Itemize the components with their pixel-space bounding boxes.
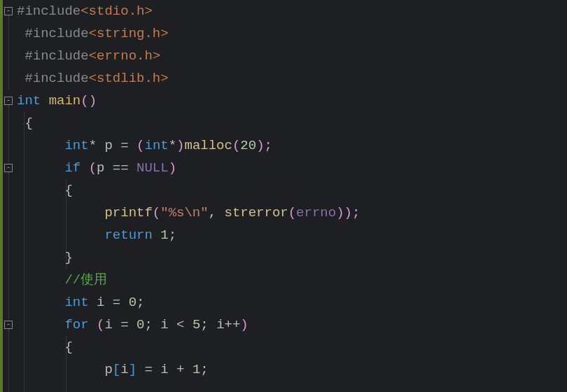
code-line[interactable]: printf("%s\n", strerror(errno)); [17, 202, 567, 224]
op-token: < [169, 317, 192, 332]
call-token: strerror [224, 205, 288, 220]
code-line[interactable]: for (i = 0; i < 5; i++) [17, 314, 567, 336]
code-line[interactable]: if (p == NULL) [17, 157, 567, 179]
preprocessor-token: #include [24, 48, 88, 64]
identifier-token: i [160, 362, 168, 377]
header-token: <string.h> [89, 26, 169, 41]
code-line[interactable]: { [17, 179, 567, 202]
op-token: = [113, 138, 136, 153]
identifier-token: i [104, 317, 112, 332]
identifier-token: p [104, 138, 112, 153]
paren-token: ) [169, 160, 176, 176]
brace-token: } [64, 250, 72, 265]
number-token: 20 [240, 138, 256, 153]
fold-toggle-icon[interactable]: - [4, 321, 13, 329]
fold-toggle-icon[interactable]: - [4, 164, 13, 172]
op-token: = [113, 317, 136, 332]
punct-token: ; [200, 362, 208, 377]
code-line[interactable]: //使用 [17, 269, 567, 291]
op-token: * [169, 138, 176, 153]
function-name-token: main [49, 93, 81, 108]
code-area[interactable]: #include<stdio.h> #include<string.h> #in… [14, 0, 567, 392]
paren-token: ) [176, 138, 184, 153]
fold-toggle-icon[interactable]: - [4, 97, 13, 105]
code-line[interactable]: int* p = (int*)malloc(20); [17, 134, 567, 157]
preprocessor-token: #include [17, 4, 80, 19]
number-token: 1 [192, 362, 200, 377]
space [89, 295, 97, 310]
macro-token: errno [296, 205, 336, 220]
op-token: == [104, 160, 136, 176]
brace-token: { [64, 183, 72, 198]
paren-token: () [80, 93, 97, 108]
fold-guide-line [8, 105, 9, 164]
fold-guide-line [8, 329, 9, 392]
paren-token: ) [336, 205, 344, 220]
identifier-token: i [120, 362, 128, 377]
fold-guide-line [8, 15, 9, 90]
identifier-token: i [97, 295, 104, 310]
macro-token: NULL [136, 160, 169, 176]
code-line[interactable]: int i = 0; [17, 291, 567, 314]
identifier-token: p [97, 160, 104, 176]
op-token: + [169, 362, 192, 377]
op-token: = [136, 362, 160, 377]
keyword-token: int [17, 93, 41, 108]
bracket-token: [ [113, 362, 120, 377]
space [153, 227, 160, 243]
paren-token: ( [136, 138, 144, 153]
identifier-token: i [216, 317, 224, 332]
code-line[interactable]: #include<errno.h> [17, 45, 567, 67]
punct-token: , [209, 205, 225, 220]
paren-token: ( [232, 138, 240, 153]
paren-token: ( [89, 317, 105, 332]
call-token: printf [104, 205, 152, 220]
paren-token: ) [240, 317, 248, 332]
identifier-token: p [104, 362, 112, 377]
call-token: malloc [185, 138, 232, 153]
code-line[interactable]: int main() [17, 90, 567, 112]
code-line[interactable]: #include<stdlib.h> [17, 67, 567, 90]
fold-toggle-icon[interactable]: - [4, 7, 13, 15]
punct-token: ; [136, 295, 144, 310]
op-token: * [89, 138, 97, 153]
op-token: ++ [225, 317, 241, 332]
keyword-token: int [144, 138, 168, 153]
header-token: <stdio.h> [80, 4, 153, 19]
punct-token: ; [200, 317, 216, 332]
paren-token: ); [256, 138, 272, 153]
fold-gutter: - - - - [0, 0, 14, 392]
preprocessor-token: #include [24, 71, 88, 86]
comment-token: //使用 [64, 272, 107, 288]
keyword-token: if [64, 160, 80, 176]
identifier-token: i [160, 317, 168, 332]
paren-token: ( [80, 160, 97, 176]
paren-token: ( [288, 205, 296, 220]
paren-token: ); [344, 205, 360, 220]
number-token: 5 [192, 317, 200, 332]
brace-token: { [64, 340, 72, 355]
punct-token: ; [144, 317, 160, 332]
number-token: 0 [129, 295, 136, 310]
keyword-token: return [104, 227, 152, 243]
number-token: 1 [160, 227, 168, 243]
code-line[interactable]: #include<string.h> [17, 22, 567, 45]
bracket-token: ] [129, 362, 136, 377]
punct-token: ; [169, 227, 176, 243]
code-line[interactable]: } [17, 246, 567, 269]
code-editor[interactable]: - - - - #include<stdio.h> #include<strin… [0, 0, 567, 392]
paren-token: ( [153, 205, 160, 220]
code-line[interactable]: { [17, 112, 567, 134]
op-token: = [104, 295, 128, 310]
keyword-token: for [64, 317, 88, 332]
fold-guide-line [8, 172, 9, 321]
code-line[interactable]: return 1; [17, 224, 567, 246]
number-token: 0 [136, 317, 144, 332]
code-line[interactable]: p[i] = i + 1; [17, 358, 567, 381]
code-line[interactable]: #include<stdio.h> [17, 0, 567, 22]
preprocessor-token: #include [24, 26, 88, 41]
code-line[interactable]: { [17, 336, 567, 358]
brace-token: { [24, 115, 32, 131]
header-token: <errno.h> [89, 48, 161, 64]
keyword-token: int [64, 138, 88, 153]
